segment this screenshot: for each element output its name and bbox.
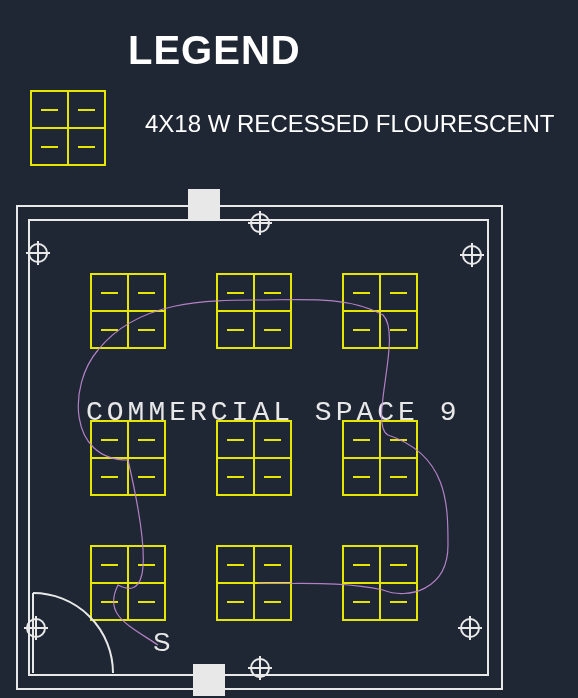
lamp-cell <box>380 458 417 495</box>
fixture-icon <box>342 420 418 496</box>
lamp-cell <box>343 546 380 583</box>
lamp-cell <box>343 421 380 458</box>
fixture-icon <box>30 90 106 166</box>
column-marker <box>250 658 270 678</box>
fixture-icon <box>216 273 292 349</box>
lamp-cell <box>343 274 380 311</box>
lamp-cell <box>217 421 254 458</box>
fixture-icon <box>216 420 292 496</box>
lamp-cell <box>254 421 291 458</box>
fixture-row <box>90 273 418 349</box>
lamp-cell <box>254 546 291 583</box>
cad-lighting-plan: LEGEND 4X18 W RECESSED FLOURESCENT COMME… <box>0 0 578 698</box>
lamp-cell <box>68 128 105 165</box>
wall-opening-top <box>188 189 220 221</box>
door-swing-icon <box>18 558 138 678</box>
lamp-cell <box>128 274 165 311</box>
lamp-cell <box>217 311 254 348</box>
lamp-cell <box>380 421 417 458</box>
fixture-icon <box>342 545 418 621</box>
fixture-row <box>90 420 418 496</box>
lamp-cell <box>91 311 128 348</box>
lamp-cell <box>254 274 291 311</box>
lamp-cell <box>380 546 417 583</box>
lamp-cell <box>68 91 105 128</box>
column-marker <box>462 245 482 265</box>
column-marker <box>460 618 480 638</box>
fixture-icon <box>342 273 418 349</box>
lamp-cell <box>128 458 165 495</box>
lamp-cell <box>380 583 417 620</box>
column-marker <box>28 243 48 263</box>
lamp-cell <box>217 274 254 311</box>
lamp-cell <box>217 458 254 495</box>
lamp-cell <box>91 274 128 311</box>
column-marker <box>250 213 270 233</box>
lamp-cell <box>91 458 128 495</box>
lamp-cell <box>217 546 254 583</box>
lamp-cell <box>343 458 380 495</box>
lamp-cell <box>31 128 68 165</box>
lamp-cell <box>343 583 380 620</box>
switch-label: S <box>153 627 170 658</box>
legend-title: LEGEND <box>128 28 301 73</box>
fixture-icon <box>90 273 166 349</box>
lamp-cell <box>343 311 380 348</box>
fixture-icon <box>216 545 292 621</box>
lamp-cell <box>31 91 68 128</box>
lamp-cell <box>254 311 291 348</box>
lamp-cell <box>128 421 165 458</box>
lamp-cell <box>91 421 128 458</box>
wall-opening-bottom <box>193 664 225 696</box>
fixture-row <box>90 545 418 621</box>
lamp-cell <box>380 274 417 311</box>
fixture-icon <box>90 420 166 496</box>
lamp-cell <box>217 583 254 620</box>
lamp-cell <box>254 583 291 620</box>
lamp-cell <box>128 311 165 348</box>
floor-plan: COMMERCIAL SPACE 9 <box>8 195 503 690</box>
legend-item-label: 4X18 W RECESSED FLOURESCENT <box>145 110 554 138</box>
lamp-cell <box>254 458 291 495</box>
lamp-cell <box>380 311 417 348</box>
